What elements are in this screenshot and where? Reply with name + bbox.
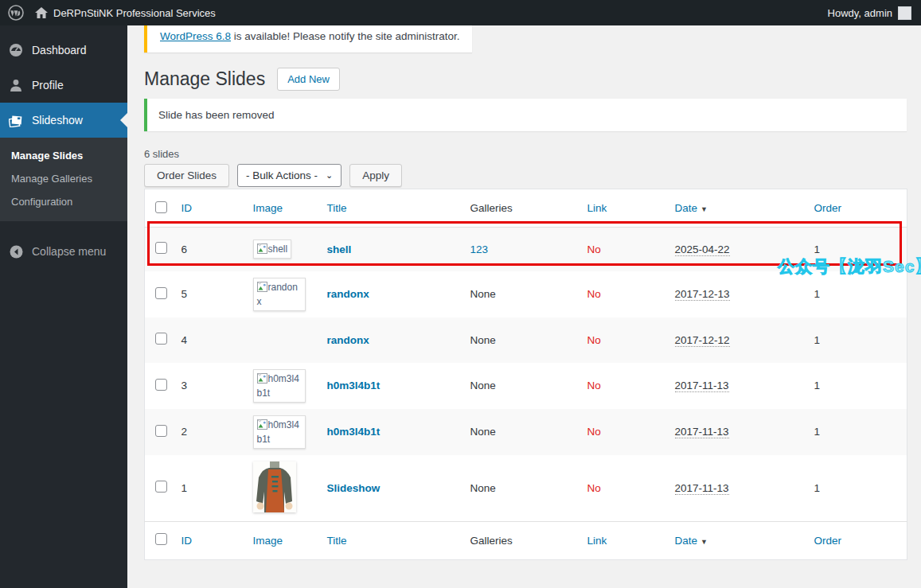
sort-desc-icon: ▼ bbox=[701, 205, 708, 213]
slide-count: 6 slides bbox=[144, 148, 907, 160]
link-status: No bbox=[587, 243, 601, 255]
cell-id: 5 bbox=[174, 271, 245, 317]
user-icon bbox=[8, 79, 24, 92]
dashboard-gauge-icon bbox=[8, 43, 24, 57]
link-status: No bbox=[587, 426, 601, 438]
slide-title-link[interactable]: randonx bbox=[327, 288, 369, 300]
column-footer-title[interactable]: Title bbox=[319, 521, 462, 559]
wordpress-logo-icon[interactable] bbox=[8, 5, 24, 21]
collapse-arrow-icon bbox=[8, 245, 24, 259]
gallery-link[interactable]: 123 bbox=[470, 243, 489, 255]
column-header-date[interactable]: Date▼ bbox=[667, 189, 806, 228]
column-footer-galleries: Galleries bbox=[462, 521, 580, 559]
broken-image-thumbnail[interactable]: shell bbox=[253, 239, 292, 259]
cell-order: 1 bbox=[806, 409, 907, 455]
table-footer-row: ID Image Title Galleries Link Date▼ Orde… bbox=[145, 521, 907, 559]
row-checkbox[interactable] bbox=[155, 287, 167, 299]
main-content: WordPress 6.8 is available! Please notif… bbox=[127, 0, 921, 560]
row-checkbox[interactable] bbox=[155, 481, 167, 493]
row-checkbox[interactable] bbox=[155, 333, 167, 345]
sidebar-item-profile[interactable]: Profile bbox=[0, 68, 127, 103]
site-name-link[interactable]: DeRPnStiNK Professional Services bbox=[35, 7, 216, 19]
select-all-checkbox[interactable] bbox=[155, 201, 167, 213]
link-status: No bbox=[587, 380, 601, 391]
slides-table-wrap: ID Image Title Galleries Link Date▼ Orde… bbox=[144, 189, 907, 560]
column-footer-order[interactable]: Order bbox=[806, 521, 907, 559]
column-footer-image[interactable]: Image bbox=[245, 521, 319, 559]
cell-id: 3 bbox=[174, 363, 245, 409]
cell-image-empty bbox=[245, 317, 319, 363]
howdy-account-menu[interactable]: Howdy, admin bbox=[828, 6, 911, 20]
cell-id: 6 bbox=[174, 228, 245, 271]
slide-title-link[interactable]: Slideshow bbox=[327, 482, 380, 494]
order-slides-button[interactable]: Order Slides bbox=[144, 164, 229, 187]
select-all-checkbox[interactable] bbox=[155, 533, 167, 545]
slide-title-link[interactable]: h0m3l4b1t bbox=[327, 426, 380, 438]
add-new-button[interactable]: Add New bbox=[277, 68, 340, 91]
wordpress-update-link[interactable]: WordPress 6.8 bbox=[160, 30, 231, 42]
column-header-id[interactable]: ID bbox=[174, 189, 245, 228]
update-nag-text: is available! Please notify the site adm… bbox=[231, 30, 459, 42]
row-checkbox[interactable] bbox=[155, 379, 167, 391]
link-status: No bbox=[587, 334, 601, 346]
slides-stack-icon bbox=[8, 114, 24, 127]
image-alt-text: shell bbox=[268, 243, 288, 255]
column-header-link[interactable]: Link bbox=[580, 189, 667, 228]
site-name: DeRPnStiNK Professional Services bbox=[53, 7, 216, 19]
bulk-actions-selected-value: - Bulk Actions - bbox=[246, 169, 318, 181]
table-header-row: ID Image Title Galleries Link Date▼ Orde… bbox=[145, 189, 907, 228]
slides-table: ID Image Title Galleries Link Date▼ Orde… bbox=[144, 189, 907, 560]
cell-id: 2 bbox=[174, 409, 245, 455]
submenu-item-configuration[interactable]: Configuration bbox=[0, 190, 127, 213]
slide-date: 2017-12-12 bbox=[675, 334, 730, 347]
row-checkbox[interactable] bbox=[155, 242, 167, 254]
success-notice: Slide has been removed bbox=[144, 99, 907, 131]
apply-button[interactable]: Apply bbox=[349, 164, 402, 187]
cell-order: 1 bbox=[806, 271, 907, 317]
slide-title-link[interactable]: h0m3l4b1t bbox=[327, 380, 380, 391]
bulk-actions-select[interactable]: - Bulk Actions - ⌄ bbox=[237, 164, 341, 187]
slide-title-link[interactable]: randonx bbox=[327, 334, 369, 346]
sort-desc-icon: ▼ bbox=[701, 538, 708, 546]
cell-order: 1 bbox=[806, 363, 907, 409]
cell-id: 1 bbox=[174, 455, 245, 522]
broken-image-thumbnail[interactable]: h0m3l4b1t bbox=[253, 415, 306, 449]
cell-order: 1 bbox=[806, 228, 907, 271]
collapse-menu-button[interactable]: Collapse menu bbox=[0, 234, 127, 269]
home-icon bbox=[35, 7, 48, 19]
sidebar-item-slideshow[interactable]: Slideshow bbox=[0, 103, 127, 138]
cell-order: 1 bbox=[806, 317, 907, 363]
sidebar-item-label: Dashboard bbox=[32, 44, 87, 56]
column-footer-link[interactable]: Link bbox=[580, 521, 667, 559]
table-row: 1 bbox=[145, 455, 907, 522]
submenu-item-manage-galleries[interactable]: Manage Galleries bbox=[0, 167, 127, 190]
admin-bar: DeRPnStiNK Professional Services Howdy, … bbox=[0, 0, 921, 25]
howdy-text: Howdy, admin bbox=[828, 7, 892, 19]
cell-order: 1 bbox=[806, 455, 907, 522]
sidebar-item-dashboard[interactable]: Dashboard bbox=[0, 33, 127, 68]
table-row: 3 h0m3l4b1t h0m3l4b1t None No 2017-11-13… bbox=[145, 363, 907, 409]
table-row: 2 h0m3l4b1t h0m3l4b1t None No 2017-11-13… bbox=[145, 409, 907, 455]
chevron-down-icon: ⌄ bbox=[326, 170, 333, 181]
cell-id: 4 bbox=[174, 317, 245, 363]
row-checkbox[interactable] bbox=[155, 425, 167, 437]
slide-date: 2017-11-13 bbox=[675, 426, 729, 438]
admin-sidebar: Dashboard Profile Slideshow Manage Slide… bbox=[0, 25, 127, 588]
column-header-galleries: Galleries bbox=[462, 189, 580, 228]
slideshow-submenu: Manage Slides Manage Galleries Configura… bbox=[0, 138, 127, 221]
column-header-title[interactable]: Title bbox=[319, 189, 462, 228]
column-footer-id[interactable]: ID bbox=[174, 521, 245, 559]
slide-date: 2025-04-22 bbox=[675, 243, 730, 256]
user-avatar bbox=[898, 6, 911, 20]
broken-image-thumbnail[interactable]: randonx bbox=[253, 278, 306, 311]
slide-title-link[interactable]: shell bbox=[327, 243, 352, 255]
slide-image-thumbnail[interactable] bbox=[253, 461, 296, 512]
broken-image-thumbnail[interactable]: h0m3l4b1t bbox=[253, 369, 306, 403]
column-footer-date[interactable]: Date▼ bbox=[667, 521, 806, 559]
cell-galleries: None bbox=[462, 271, 580, 317]
column-header-order[interactable]: Order bbox=[806, 189, 907, 228]
submenu-item-manage-slides[interactable]: Manage Slides bbox=[0, 144, 127, 167]
column-header-image[interactable]: Image bbox=[245, 189, 319, 228]
sidebar-item-label: Slideshow bbox=[32, 114, 83, 127]
sidebar-item-label: Profile bbox=[32, 79, 64, 92]
